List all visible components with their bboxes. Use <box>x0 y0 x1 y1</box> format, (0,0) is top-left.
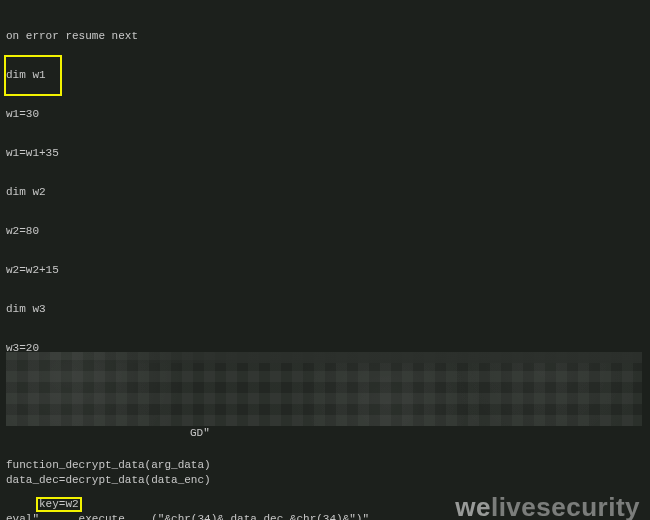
pixelated-overlay <box>6 352 642 426</box>
redacted-data-block <box>6 352 642 426</box>
code-line: dim w3 <box>6 303 646 316</box>
watermark-text: livesecurity <box>491 492 640 520</box>
code-line-tail: GD" <box>188 427 212 440</box>
code-lines-bottom: data_dec=decrypt_data(data_enc) eval" ex… <box>6 448 448 520</box>
watermark-logo: welivesecurity <box>455 501 640 514</box>
code-line: dim w2 <box>6 186 646 199</box>
code-line: w2=80 <box>6 225 646 238</box>
code-line: w1=w1+35 <box>6 147 646 160</box>
code-line: data_dec=decrypt_data(data_enc) <box>6 474 448 487</box>
code-lines: on error resume next dim w1 w1=30 w1=w1+… <box>6 4 646 520</box>
code-line: dim w1 <box>6 69 646 82</box>
code-line: on error resume next <box>6 30 646 43</box>
watermark-bold: we <box>455 492 491 520</box>
code-line: eval" execute ("&chr(34)& data_dec &chr(… <box>6 513 448 520</box>
pixelated-overlay-top <box>75 352 642 363</box>
code-screenshot: on error resume next dim w1 w1=30 w1=w1+… <box>0 0 650 520</box>
code-line: w1=30 <box>6 108 646 121</box>
code-line: w2=w2+15 <box>6 264 646 277</box>
